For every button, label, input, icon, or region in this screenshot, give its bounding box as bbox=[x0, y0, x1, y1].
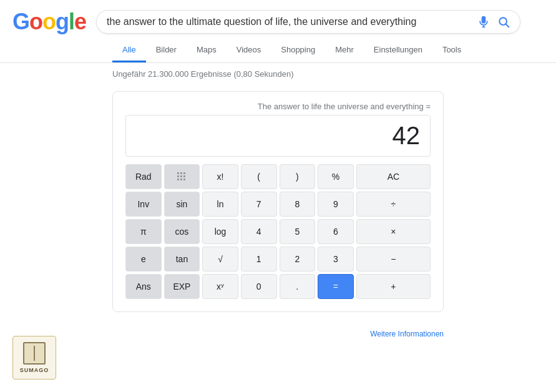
microphone-icon[interactable] bbox=[477, 16, 490, 28]
calc-btn-ac[interactable]: AC bbox=[356, 164, 431, 189]
calc-btn-5[interactable]: 5 bbox=[280, 219, 316, 244]
calc-btn-ans[interactable]: Ans bbox=[125, 274, 162, 299]
calc-btn-rad[interactable]: Rad bbox=[125, 164, 162, 189]
calc-btn-inv[interactable]: Inv bbox=[125, 192, 162, 217]
nav-bar: Alle Bilder Maps Videos Shopping Mehr Ei… bbox=[0, 35, 556, 63]
svg-rect-4 bbox=[177, 172, 179, 174]
calc-btn-0[interactable]: 0 bbox=[241, 274, 277, 299]
search-icon[interactable] bbox=[497, 16, 510, 28]
sumago-book-icon bbox=[23, 342, 46, 365]
calc-btn-power[interactable]: xʸ bbox=[202, 274, 238, 299]
svg-rect-11 bbox=[180, 179, 182, 180]
nav-item-einstellungen[interactable]: Einstellungen bbox=[364, 40, 432, 62]
calc-btn-equals[interactable]: = bbox=[318, 274, 354, 299]
header: Google bbox=[0, 0, 556, 35]
calc-btn-divide[interactable]: ÷ bbox=[356, 192, 431, 217]
calc-btn-e[interactable]: e bbox=[125, 247, 162, 272]
calc-btn-4[interactable]: 4 bbox=[241, 219, 277, 244]
calc-btn-cos[interactable]: cos bbox=[164, 219, 200, 244]
calc-btn-add[interactable]: + bbox=[356, 274, 431, 299]
calc-btn-8[interactable]: 8 bbox=[280, 192, 316, 217]
calc-btn-close-paren[interactable]: ) bbox=[280, 164, 316, 189]
svg-rect-9 bbox=[183, 175, 185, 177]
nav-item-videos[interactable]: Videos bbox=[227, 40, 271, 62]
svg-rect-6 bbox=[183, 172, 185, 174]
search-input[interactable] bbox=[107, 16, 477, 27]
nav-item-shopping[interactable]: Shopping bbox=[271, 40, 325, 62]
calculator-display: 42 bbox=[125, 115, 431, 157]
nav-item-maps[interactable]: Maps bbox=[187, 40, 227, 62]
calc-btn-dot[interactable]: . bbox=[280, 274, 316, 299]
nav-item-tools[interactable]: Tools bbox=[432, 40, 471, 62]
calc-btn-factorial[interactable]: x! bbox=[202, 164, 238, 189]
calculator-card: The answer to life the universe and ever… bbox=[112, 91, 444, 312]
calc-btn-exp[interactable]: EXP bbox=[164, 274, 200, 299]
svg-rect-12 bbox=[183, 179, 185, 180]
nav-item-mehr[interactable]: Mehr bbox=[325, 40, 364, 62]
calc-btn-multiply[interactable]: × bbox=[356, 219, 431, 244]
google-logo: Google bbox=[12, 9, 86, 35]
weitere-informationen-link[interactable]: Weitere Informationen bbox=[0, 325, 556, 338]
nav-item-alle[interactable]: Alle bbox=[112, 40, 146, 62]
calc-btn-grid[interactable] bbox=[164, 164, 200, 189]
calc-btn-2[interactable]: 2 bbox=[280, 247, 316, 272]
calc-btn-log[interactable]: log bbox=[202, 219, 238, 244]
calc-btn-ln[interactable]: ln bbox=[202, 192, 238, 217]
calc-btn-percent[interactable]: % bbox=[318, 164, 354, 189]
svg-rect-10 bbox=[177, 179, 179, 180]
svg-line-3 bbox=[506, 24, 509, 27]
search-icons bbox=[477, 16, 510, 28]
calc-btn-6[interactable]: 6 bbox=[318, 219, 354, 244]
svg-rect-5 bbox=[180, 172, 182, 174]
sumago-widget[interactable]: SUMAGO bbox=[12, 336, 56, 380]
nav-right: Einstellungen Tools bbox=[364, 40, 471, 62]
nav-item-bilder[interactable]: Bilder bbox=[146, 40, 187, 62]
calc-btn-pi[interactable]: π bbox=[125, 219, 162, 244]
calc-btn-3[interactable]: 3 bbox=[318, 247, 354, 272]
calc-btn-open-paren[interactable]: ( bbox=[241, 164, 277, 189]
calc-btn-1[interactable]: 1 bbox=[241, 247, 277, 272]
calc-btn-sqrt[interactable]: √ bbox=[202, 247, 238, 272]
calc-btn-9[interactable]: 9 bbox=[318, 192, 354, 217]
calc-btn-tan[interactable]: tan bbox=[164, 247, 200, 272]
calculator-grid: Rad x! ( ) % AC Inv sin ln 7 8 9 ÷ bbox=[125, 164, 431, 299]
calc-btn-subtract[interactable]: − bbox=[356, 247, 431, 272]
calc-btn-sin[interactable]: sin bbox=[164, 192, 200, 217]
sumago-label: SUMAGO bbox=[20, 367, 49, 373]
svg-rect-7 bbox=[177, 175, 179, 177]
calc-btn-7[interactable]: 7 bbox=[241, 192, 277, 217]
search-bar bbox=[96, 10, 520, 34]
calculator-title: The answer to life the universe and ever… bbox=[125, 102, 431, 111]
results-info: Ungefähr 21.300.000 Ergebnisse (0,80 Sek… bbox=[0, 63, 556, 85]
svg-rect-8 bbox=[180, 175, 182, 177]
